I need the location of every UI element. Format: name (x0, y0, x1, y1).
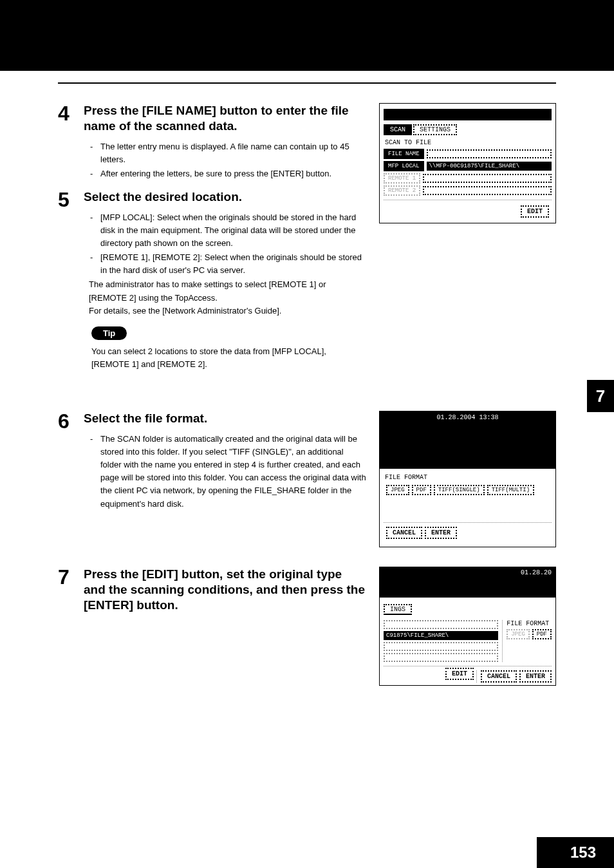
step-5-bullet: [REMOTE 1], [REMOTE 2]: Select when the … (93, 251, 366, 277)
lcd-tab-scan[interactable]: SCAN (384, 124, 412, 135)
lcd-filename-field[interactable] (427, 149, 552, 158)
lcd-heading: SCAN TO FILE (385, 139, 550, 146)
step-number-4: 4 (58, 103, 73, 182)
lcd-cancel-button[interactable]: CANCEL (481, 670, 517, 683)
step-4-bullet: After entering the letters, be sure to p… (93, 167, 366, 180)
page-number: 153 (537, 837, 614, 868)
lcd-path-fragment: C91875\FILE_SHARE\ (384, 631, 498, 640)
lcd-datetime: 01.28.2004 13:38 (380, 411, 555, 424)
lcd-edit-screen: 01.28.20 INGS C91875\FILE_SHARE\ (379, 567, 556, 686)
step-6: 6 Select the file format. The SCAN folde… (58, 411, 366, 512)
lcd-tiff-multi-button[interactable]: TIFF(MULTI) (487, 485, 534, 495)
step-4: 4 Press the [FILE NAME] button to enter … (58, 103, 366, 182)
step-number-6: 6 (58, 411, 73, 512)
lcd-remote1-button[interactable]: REMOTE 1 (384, 173, 420, 184)
lcd-remote2-button[interactable]: REMOTE 2 (384, 185, 420, 196)
lcd-edit-button[interactable]: EDIT (521, 205, 549, 218)
lcd-jpeg-button[interactable]: JPEG (386, 485, 409, 495)
step-4-bullet: The letter entry menu is displayed. A fi… (93, 140, 366, 166)
step-number-5: 5 (58, 189, 73, 384)
step-5-subtext: For details, see the [Network Administra… (84, 305, 366, 317)
chapter-tab: 7 (587, 380, 614, 412)
step-6-bullet: The SCAN folder is automatically created… (93, 433, 366, 511)
lcd-enter-button[interactable]: ENTER (425, 527, 457, 539)
step-number-7: 7 (58, 567, 73, 619)
step-5-subtext: The administrator has to make settings t… (84, 278, 366, 304)
lcd-file-format: 01.28.2004 13:38 FILE FORMAT JPEG PDF TI… (379, 411, 556, 547)
lcd-tab-ings[interactable]: INGS (384, 604, 412, 615)
lcd-fileformat-label: FILE FORMAT (507, 620, 552, 627)
lcd-remote1-field[interactable] (423, 174, 552, 183)
step-7-title: Press the [EDIT] button, set the origina… (84, 567, 366, 612)
horizontal-rule (58, 82, 556, 84)
lcd-tiff-single-button[interactable]: TIFF(SINGLE) (434, 485, 485, 495)
lcd-pdf-button[interactable]: PDF (412, 485, 431, 495)
tip-text: You can select 2 locations to store the … (91, 345, 366, 371)
step-5: 5 Select the desired location. [MFP LOCA… (58, 189, 366, 384)
lcd-filename-button[interactable]: FILE NAME (384, 149, 424, 159)
step-6-title: Select the file format. (84, 411, 366, 426)
lcd-path-field: \\MFP-00C91875\FILE_SHARE\ (427, 162, 552, 171)
lcd-fileformat-label: FILE FORMAT (385, 474, 550, 481)
step-5-bullet: [MFP LOCAL]: Select when the originals s… (93, 211, 366, 250)
lcd-tab-settings[interactable]: SETTINGS (413, 124, 457, 135)
step-7: 7 Press the [EDIT] button, set the origi… (58, 567, 366, 619)
lcd-pdf-button[interactable]: PDF (532, 629, 552, 639)
lcd-mfplocal-button[interactable]: MFP LOCAL (384, 161, 424, 171)
step-4-title: Press the [FILE NAME] button to enter th… (84, 103, 366, 134)
lcd-edit-button[interactable]: EDIT (445, 668, 474, 680)
lcd-cancel-button[interactable]: CANCEL (386, 527, 422, 539)
lcd-datetime-partial: 01.28.20 (380, 567, 555, 578)
tip-badge: Tip (91, 326, 127, 340)
lcd-jpeg-button[interactable]: JPEG (507, 629, 530, 639)
lcd-scan-settings: SCAN SETTINGS SCAN TO FILE FILE NAME MFP… (379, 103, 556, 223)
lcd-enter-button[interactable]: ENTER (519, 670, 552, 683)
top-banner (0, 0, 614, 71)
step-5-title: Select the desired location. (84, 189, 366, 205)
lcd-remote2-field[interactable] (423, 186, 552, 195)
